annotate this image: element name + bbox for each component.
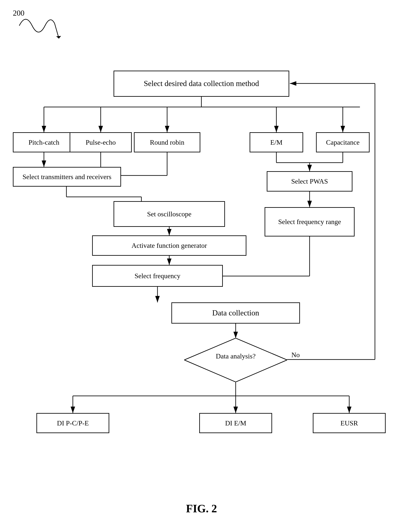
- select-freq-label: Select frequency: [135, 272, 180, 280]
- select-pwas-label: Select PWAS: [291, 177, 328, 185]
- select-freq-box: Select frequency: [92, 265, 223, 287]
- di-pcpe-box: DI P-C/P-E: [36, 413, 109, 433]
- select-tx-rx-box: Select transmitters and receivers: [13, 167, 121, 187]
- set-osc-label: Set oscilloscope: [147, 210, 191, 218]
- activate-fg-label: Activate function generator: [131, 241, 207, 249]
- eusr-box: EUSR: [313, 413, 386, 433]
- capacitance-box: Capacitance: [316, 132, 370, 152]
- activate-fg-box: Activate function generator: [92, 235, 246, 256]
- figure-label: FIG. 2: [186, 502, 217, 515]
- di-em-label: DI E/M: [225, 419, 246, 427]
- capacitance-label: Capacitance: [326, 138, 359, 146]
- pitch-catch-box: Pitch-catch: [13, 132, 75, 152]
- select-freq-range-box: Select frequency range: [265, 207, 355, 236]
- di-pcpe-label: DI P-C/P-E: [57, 419, 89, 427]
- em-label: E/M: [270, 138, 283, 146]
- round-robin-label: Round robin: [150, 138, 184, 146]
- svg-text:Data analysis?: Data analysis?: [216, 352, 256, 360]
- pulse-echo-box: Pulse-echo: [70, 132, 132, 152]
- svg-marker-1: [56, 36, 61, 38]
- select-pwas-box: Select PWAS: [267, 171, 352, 191]
- set-osc-box: Set oscilloscope: [114, 201, 225, 227]
- round-robin-box: Round robin: [134, 132, 200, 152]
- waveform-icon: [17, 13, 64, 51]
- pitch-catch-label: Pitch-catch: [28, 138, 59, 146]
- data-analysis-diamond: Data analysis?: [184, 338, 287, 382]
- select-method-box: Select desired data collection method: [114, 71, 289, 97]
- data-collection-box: Data collection: [171, 302, 300, 323]
- svg-marker-37: [184, 338, 287, 382]
- di-em-box: DI E/M: [199, 413, 272, 433]
- data-collection-label: Data collection: [212, 308, 259, 317]
- select-tx-rx-label: Select transmitters and receivers: [22, 173, 111, 181]
- select-method-label: Select desired data collection method: [144, 79, 259, 88]
- select-freq-range-label: Select frequency range: [278, 218, 341, 226]
- eusr-label: EUSR: [340, 419, 358, 427]
- em-box: E/M: [250, 132, 303, 152]
- no-label: No: [291, 351, 300, 359]
- pulse-echo-label: Pulse-echo: [86, 138, 116, 146]
